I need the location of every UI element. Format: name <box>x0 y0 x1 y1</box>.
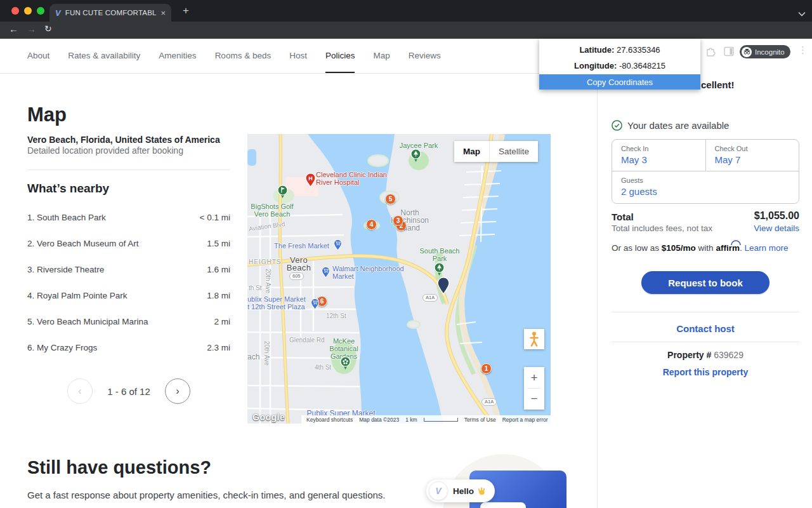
tab-strip: V FUN CUTE COMFORTABLE CO × + <box>0 0 812 22</box>
park-marker-icon[interactable] <box>434 262 445 276</box>
map-label-20th-ave-2: 20th Ave <box>263 341 270 366</box>
chevron-left-icon: ‹ <box>78 385 81 397</box>
pegman-icon <box>530 331 539 347</box>
back-button[interactable]: ← <box>9 23 18 34</box>
browser-toolbar: ← → ↻ vrbo.com/639629?adultsCount=2&arri… <box>0 22 812 39</box>
map-label-fresh-market: The Fresh Market <box>272 242 332 250</box>
map-marker-5[interactable]: 5 <box>385 194 396 204</box>
hospital-marker-icon[interactable]: H <box>304 172 317 187</box>
map-scale-bar <box>424 418 458 422</box>
shopping-marker-icon[interactable] <box>310 298 320 310</box>
chat-greeting-text: Hello <box>453 486 474 496</box>
nearby-name: 3. Riverside Theatre <box>27 265 104 274</box>
financing-line: Or as low as $105/mo with affirm. Learn … <box>612 243 788 253</box>
extensions-puzzle-icon[interactable] <box>705 46 716 59</box>
report-map-error-link[interactable]: Report a map error <box>502 417 548 423</box>
map-canvas[interactable]: Jaycee Park Cleveland Clinic Indian Rive… <box>247 134 551 424</box>
list-item: 6. My Crazy Frogs2.3 mi <box>27 335 230 361</box>
availability-text: Your dates are available <box>627 120 729 131</box>
contact-host-link[interactable]: Contact host <box>612 323 799 334</box>
nav-tab-rates[interactable]: Rates & availability <box>68 39 140 73</box>
tab-close-icon[interactable]: × <box>160 8 166 18</box>
nav-tab-amenities[interactable]: Amenities <box>159 39 196 73</box>
reload-button[interactable]: ↻ <box>44 23 52 34</box>
map-section-title: Map <box>27 104 67 126</box>
zoom-out-button[interactable]: − <box>524 389 544 409</box>
map-label-cleveland-clinic: Cleveland Clinic Indian River Hospital <box>316 171 398 186</box>
route-badge-605: 605 <box>289 272 304 280</box>
nearby-name: 5. Vero Beach Municipal Marina <box>27 317 148 326</box>
property-number-value: 639629 <box>714 350 743 360</box>
nearby-name: 1. South Beach Park <box>27 213 106 222</box>
nearby-distance: 1.5 mi <box>207 239 230 248</box>
check-circle-icon <box>612 120 622 131</box>
window-maximize-button[interactable] <box>37 7 44 15</box>
chat-greeting-pill[interactable]: V Hello <box>426 479 495 502</box>
nav-tab-host[interactable]: Host <box>289 39 307 73</box>
browser-menu-icon[interactable]: ⋮ <box>798 44 808 56</box>
golf-marker-icon[interactable] <box>277 185 288 199</box>
window-close-button[interactable] <box>11 7 19 15</box>
window-minimize-button[interactable] <box>24 7 32 15</box>
zoom-in-button[interactable]: + <box>524 367 544 388</box>
list-item: 3. Riverside Theatre1.6 mi <box>27 257 230 283</box>
guests-field[interactable]: Guests 2 guests <box>612 171 799 197</box>
map-type-button-satellite[interactable]: Satellite <box>490 141 538 162</box>
nav-tab-policies[interactable]: Policies <box>325 39 355 73</box>
side-panel-icon[interactable] <box>724 46 734 59</box>
map-label-20th-ave: 20th Ave <box>264 269 272 293</box>
forward-button[interactable]: → <box>27 23 36 34</box>
map-type-button-map[interactable]: Map <box>454 141 490 162</box>
route-badge-a1a: A1A <box>422 294 438 302</box>
vrbo-favicon-icon: V <box>55 8 61 18</box>
nav-tab-rooms[interactable]: Rooms & beds <box>215 39 272 73</box>
list-item: 2. Vero Beach Museum of Art1.5 mi <box>27 231 230 257</box>
park-marker-icon[interactable] <box>410 149 421 163</box>
shopping-marker-icon[interactable] <box>333 239 343 251</box>
copy-coordinates-button[interactable]: Copy Coordinates <box>539 74 700 90</box>
nav-tab-reviews[interactable]: Reviews <box>409 39 441 73</box>
questions-subtitle: Get a fast response about property ameni… <box>27 490 385 500</box>
latitude-value: 27.6335346 <box>617 45 660 55</box>
tab-search-chevron-icon[interactable] <box>798 8 806 19</box>
map-marker-4[interactable]: 4 <box>366 219 377 230</box>
prev-page-button[interactable]: ‹ <box>67 378 93 404</box>
check-in-field[interactable]: Check In May 3 <box>612 140 706 171</box>
property-pin-icon[interactable] <box>436 276 450 295</box>
request-to-book-button[interactable]: Request to book <box>641 271 769 294</box>
report-property-link[interactable]: Report this property <box>612 367 799 377</box>
nav-tab-map[interactable]: Map <box>373 39 390 73</box>
map-label-glendale-rd: Glendale Rd <box>289 337 325 344</box>
shopping-marker-icon[interactable] <box>321 266 331 278</box>
guests-value: 2 guests <box>621 186 799 197</box>
map-scale-label: 1 km <box>405 417 417 423</box>
browser-tab[interactable]: V FUN CUTE COMFORTABLE CO × <box>49 4 171 22</box>
list-item: 5. Vero Beach Municipal Marina2 mi <box>27 309 230 335</box>
google-logo[interactable]: Google <box>252 412 285 422</box>
map-marker-1[interactable]: 1 <box>481 363 492 374</box>
terms-of-use-link[interactable]: Terms of Use <box>464 417 496 423</box>
next-page-button[interactable]: › <box>165 378 190 404</box>
property-number-row: Property # 639629 <box>612 350 799 360</box>
new-tab-button[interactable]: + <box>183 4 189 17</box>
content-sidebar-divider <box>597 39 598 508</box>
divider <box>612 342 799 342</box>
wave-hand-icon <box>477 486 487 496</box>
pegman-control[interactable] <box>524 329 544 349</box>
map-label-4th-st: 4th St <box>315 364 331 371</box>
affirm-logo: affirm <box>716 243 740 253</box>
learn-more-link[interactable]: Learn more <box>744 243 788 253</box>
nav-tab-about[interactable]: About <box>27 39 49 73</box>
view-details-link[interactable]: View details <box>612 224 799 233</box>
nearby-list: 1. South Beach Park< 0.1 mi 2. Vero Beac… <box>27 204 230 361</box>
map-marker-3[interactable]: 3 <box>393 215 403 226</box>
longitude-label: Longitude: <box>574 61 617 70</box>
financing-prefix: Or as low as <box>612 243 659 253</box>
garden-marker-icon[interactable] <box>340 356 351 370</box>
check-out-field[interactable]: Check Out May 7 <box>706 140 799 171</box>
coordinates-popup: Latitude: 27.6335346 Longitude: -80.3648… <box>539 39 700 90</box>
keyboard-shortcuts-link[interactable]: Keyboard shortcuts <box>306 417 353 423</box>
map-label-publix-plaza-1: ublix Super Market <box>247 295 310 303</box>
incognito-badge: Incognito <box>740 45 790 58</box>
availability-status: Your dates are available <box>612 120 729 131</box>
